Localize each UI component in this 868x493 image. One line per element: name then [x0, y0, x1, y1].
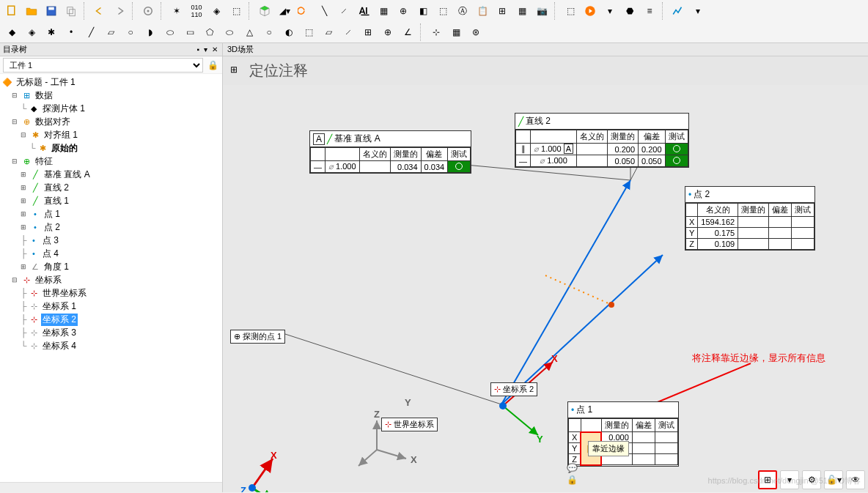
directory-tree[interactable]: 🔶无标题 - 工件 1 ⊟⊞数据 └◆探测片体 1 ⊟⊕数据对齐 ⊟✱对齐组 1…: [0, 74, 222, 482]
tree-features[interactable]: ⊟⊕特征: [1, 155, 221, 168]
undo-icon[interactable]: [91, 2, 108, 20]
tool-icon[interactable]: ╲: [315, 2, 333, 20]
close-icon[interactable]: ✕: [210, 45, 219, 53]
tool-icon[interactable]: ◢▾: [276, 2, 293, 20]
circle-icon[interactable]: ○: [122, 23, 139, 41]
callout-point-2[interactable]: •点 2 名义的测量的偏差测试 X1594.162 Y0.175 Z0.109: [685, 186, 815, 251]
tool-icon[interactable]: ✶: [168, 2, 185, 20]
chart-icon[interactable]: [669, 2, 687, 20]
shape-icon[interactable]: ⬚: [300, 23, 317, 41]
tool-icon[interactable]: ⬚: [562, 2, 579, 20]
pin-icon[interactable]: ▪: [195, 45, 201, 53]
calendar-icon[interactable]: ▦: [375, 2, 392, 20]
tree-point3[interactable]: ├•点 3: [1, 234, 221, 247]
tree-csys3[interactable]: ├⊹坐标系 3: [1, 326, 221, 339]
tool-icon[interactable]: ▦: [447, 23, 465, 41]
tree-align[interactable]: ⊟⊕数据对齐: [1, 115, 221, 128]
cylinder-icon[interactable]: ⬭: [221, 23, 238, 41]
clipboard-icon[interactable]: 📋: [474, 2, 491, 20]
tool-icon[interactable]: ⊛: [467, 23, 485, 41]
near-edge-button[interactable]: ⊞: [758, 470, 777, 489]
tree-csys4[interactable]: └⊹坐标系 4: [1, 339, 221, 352]
gear-icon[interactable]: ⚙: [802, 470, 821, 489]
tree-data[interactable]: ⊟⊞数据: [1, 89, 221, 102]
dropdown-icon[interactable]: ▾: [689, 2, 707, 20]
add-icon[interactable]: ⊞: [493, 2, 511, 20]
point-icon[interactable]: •: [62, 23, 80, 41]
shape-icon[interactable]: ⟋: [339, 23, 357, 41]
shape-icon[interactable]: ✱: [43, 23, 60, 41]
tree-csys1[interactable]: ├⊹坐标系 1: [1, 300, 221, 313]
play-icon[interactable]: [581, 2, 599, 20]
tool-icon[interactable]: ◧: [414, 2, 432, 20]
unlock-icon[interactable]: 🔓▾: [824, 470, 843, 489]
arc-icon[interactable]: ◗: [141, 23, 159, 41]
settings-icon[interactable]: [139, 2, 157, 20]
dropdown-icon[interactable]: ▾: [601, 2, 619, 20]
csys-icon[interactable]: ⊹: [427, 23, 445, 41]
tree-root[interactable]: 🔶无标题 - 工件 1: [1, 75, 221, 89]
ellipse-icon[interactable]: ⬭: [161, 23, 179, 41]
line-icon[interactable]: ╱: [82, 23, 100, 41]
text-icon[interactable]: A͟I: [355, 2, 372, 20]
cube-icon[interactable]: [256, 2, 273, 20]
callout-line-2[interactable]: ╱直线 2 名义的测量的偏差测试 ∥⌀ 1.000 A0.2000.200 —⌀…: [515, 113, 689, 168]
save-icon[interactable]: [43, 2, 60, 20]
tool-icon[interactable]: ⬚: [227, 2, 245, 20]
compass-icon[interactable]: Ⓐ: [454, 2, 471, 20]
label-probed-point-1[interactable]: ⊕探测的点 1: [230, 330, 285, 344]
tool-icon[interactable]: ◈: [207, 2, 225, 20]
dropdown-icon[interactable]: ▾: [780, 470, 799, 489]
tool-icon[interactable]: ⟋: [335, 2, 353, 20]
plane-icon[interactable]: ▱: [102, 23, 119, 41]
shape-icon[interactable]: ⊕: [379, 23, 397, 41]
tree-csys[interactable]: ⊟⊹坐标系: [1, 273, 221, 286]
tree-point2[interactable]: ⊞•点 2: [1, 220, 221, 234]
label-world-csys[interactable]: ⊹世界坐标系: [381, 418, 438, 431]
list-icon[interactable]: ≡: [641, 2, 658, 20]
redo-icon[interactable]: [111, 2, 128, 20]
tree-csys2[interactable]: ├⊹坐标系 2: [1, 313, 221, 326]
shape-icon[interactable]: ◈: [23, 23, 40, 41]
tree-line2[interactable]: ⊞╱直线 2: [1, 181, 221, 194]
tree-probeset[interactable]: └◆探测片体 1: [1, 102, 221, 115]
shape-icon[interactable]: ◆: [3, 23, 21, 41]
shape-icon[interactable]: ◐: [280, 23, 298, 41]
callout-datum-line-a[interactable]: A╱基准 直线 A 名义的测量的偏差测试 —⌀ 1.0000.0340.034: [309, 130, 471, 174]
3d-viewport[interactable]: A╱基准 直线 A 名义的测量的偏差测试 —⌀ 1.0000.0340.034 …: [223, 85, 868, 492]
cone-icon[interactable]: △: [240, 23, 258, 41]
eye-icon[interactable]: 👁: [846, 470, 865, 489]
tree-panel-header: 目录树 ▪ ▾ ✕: [0, 43, 222, 56]
table-icon[interactable]: ▦: [513, 2, 531, 20]
workpiece-select[interactable]: 工件 1: [3, 58, 203, 73]
tree-point1[interactable]: ⊞•点 1: [1, 207, 221, 220]
tree-angle1[interactable]: ⊞∠角度 1: [1, 260, 221, 273]
tree-world-csys[interactable]: ├⊹世界坐标系: [1, 286, 221, 300]
copy-icon[interactable]: [62, 2, 80, 20]
shape-icon[interactable]: ⊞: [359, 23, 377, 41]
tree-line1[interactable]: ⊞╱直线 1: [1, 194, 221, 207]
stop-icon[interactable]: ⬣: [621, 2, 639, 20]
tree-original[interactable]: └✱原始的: [1, 141, 221, 155]
sphere-icon[interactable]: ○: [260, 23, 278, 41]
tool-icon[interactable]: ⬚: [434, 2, 452, 20]
spiral-icon[interactable]: [295, 2, 313, 20]
dropdown-icon[interactable]: ▾: [202, 45, 209, 53]
slot-icon[interactable]: ▭: [181, 23, 199, 41]
lock-icon[interactable]: 🔒: [206, 59, 219, 72]
tree-align-group[interactable]: ⊟✱对齐组 1: [1, 128, 221, 141]
toolbar-separator: [161, 2, 164, 20]
new-icon[interactable]: [3, 2, 21, 20]
callout-point-1[interactable]: •点 1 测量的偏差测试 X⊞0.000 Y Z 💬 🔒: [567, 401, 679, 467]
shape-icon[interactable]: ▱: [320, 23, 337, 41]
scene-tab[interactable]: 3D场景: [223, 43, 868, 56]
tool-icon[interactable]: ⊕: [394, 2, 412, 20]
camera-icon[interactable]: 📷: [533, 2, 551, 20]
open-icon[interactable]: [23, 2, 40, 20]
angle-icon[interactable]: ∠: [399, 23, 416, 41]
polygon-icon[interactable]: ⬠: [201, 23, 218, 41]
label-csys-2[interactable]: ⊹坐标系 2: [490, 382, 537, 396]
tree-datum-line-a[interactable]: ⊞╱基准 直线 A: [1, 168, 221, 181]
tree-point4[interactable]: ├•点 4: [1, 247, 221, 260]
tool-icon[interactable]: 010110: [188, 2, 205, 20]
